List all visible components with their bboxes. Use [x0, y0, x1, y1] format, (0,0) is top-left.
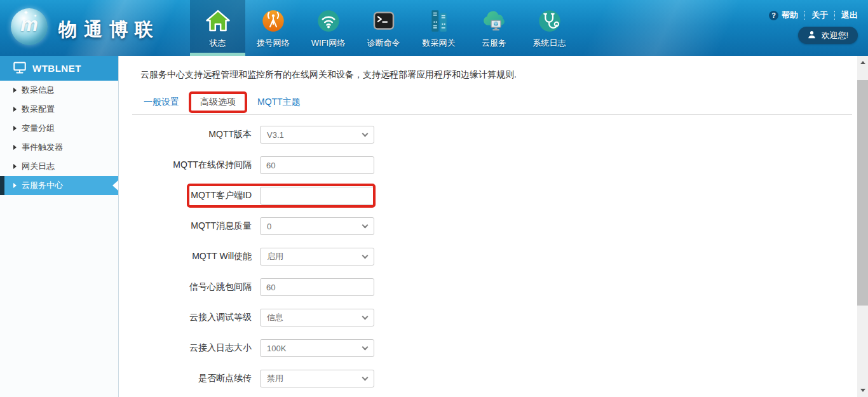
caret-right-icon — [13, 183, 17, 188]
gateway-icon — [426, 6, 452, 36]
page-description: 云服务中心支持远程管理和监控所有的在线网关和设备，支持远程部署应用程序和边缘计算… — [140, 69, 857, 81]
vertical-scrollbar[interactable] — [857, 56, 868, 397]
caret-right-icon — [13, 126, 17, 131]
monitor-icon — [13, 62, 26, 76]
caret-right-icon — [13, 145, 17, 150]
antenna-icon — [261, 6, 286, 36]
heartbeat-interval-input[interactable] — [260, 278, 374, 296]
tab-mqtt-topic[interactable]: MQTT主题 — [257, 97, 301, 108]
caret-right-icon — [13, 164, 17, 169]
field-label: MQTT版本 — [140, 129, 252, 140]
user-icon — [808, 30, 816, 41]
form-row: 信号心跳包间隔 — [140, 278, 857, 296]
mqtt-will-enable-select[interactable]: 启用 — [260, 248, 374, 266]
top-header: m ✦ ✦ 物通博联 状态 — [0, 0, 868, 56]
tab-bar: 一般设置 高级选项 MQTT主题 — [132, 90, 852, 115]
sidebar-title: WTBLNET — [32, 63, 81, 74]
field-label: MQTT Will使能 — [140, 251, 252, 262]
sidebar: WTBLNET 状态 数采 数采信息 数采配置 变量分组 事件触发器 网关日 — [0, 56, 119, 397]
tab-general-settings[interactable]: 一般设置 — [144, 97, 179, 108]
scrollbar-thumb[interactable] — [857, 80, 868, 306]
divider — [834, 11, 835, 20]
field-label: 信号心跳包间隔 — [140, 281, 252, 293]
field-label: 云接入调试等级 — [140, 312, 252, 323]
divider — [804, 11, 805, 20]
form-row: MQTT消息质量 0 — [140, 217, 857, 235]
nav-diagnostic-command[interactable]: 诊断命令 — [356, 0, 411, 56]
nav-system-log[interactable]: 系统日志 — [522, 0, 577, 56]
scroll-down-arrow[interactable] — [857, 385, 868, 396]
main-content: 云服务中心支持远程管理和监控所有的在线网关和设备，支持远程部署应用程序和边缘计算… — [119, 56, 857, 397]
mqtt-keepalive-input[interactable] — [260, 156, 374, 174]
form-row: 云接入调试等级 信息 — [140, 309, 857, 326]
nav-dialup-network[interactable]: 拨号网络 — [245, 0, 301, 56]
top-links: ? 帮助 关于 退出 — [769, 10, 858, 21]
cloud-icon — [481, 6, 508, 36]
mqtt-client-id-input[interactable] — [260, 187, 374, 205]
help-icon: ? — [769, 11, 778, 20]
cloud-log-size-select[interactable]: 100K — [260, 339, 374, 357]
chevron-down-icon — [362, 313, 369, 320]
sidebar-subitem-cloud-service-center[interactable]: 云服务中心 — [0, 176, 118, 195]
sidebar-subitem-data-config[interactable]: 数采配置 — [0, 100, 118, 119]
help-link[interactable]: ? 帮助 — [769, 10, 798, 21]
scroll-up-arrow[interactable] — [857, 57, 868, 68]
sidebar-subitem-event-trigger[interactable]: 事件触发器 — [0, 138, 118, 157]
sidebar-subitem-gateway-log[interactable]: 网关日志 — [0, 157, 118, 176]
nav-data-gateway[interactable]: 数采网关 — [411, 0, 466, 56]
sidebar-header: WTBLNET — [0, 56, 118, 81]
form-row: 是否断点续传 禁用 — [140, 370, 857, 387]
form-row: MQTT版本 V3.1 — [140, 126, 857, 144]
logout-link[interactable]: 退出 — [841, 10, 858, 21]
nav-wifi-network[interactable]: WIFI网络 — [301, 0, 356, 56]
about-link[interactable]: 关于 — [811, 10, 828, 21]
resume-transfer-select[interactable]: 禁用 — [260, 370, 374, 387]
sparkle-icon: ✦ — [24, 10, 29, 16]
triangle-down-icon — [860, 389, 865, 392]
top-nav: 状态 拨号网络 — [190, 0, 577, 56]
nav-cloud-service[interactable]: 云服务 — [466, 0, 522, 56]
form-row: MQTT客户端ID — [140, 187, 857, 205]
terminal-icon — [371, 6, 397, 36]
chevron-down-icon — [362, 130, 369, 137]
brand-logo-icon: m ✦ ✦ — [11, 8, 48, 45]
field-label: 是否断点续传 — [140, 373, 252, 384]
stethoscope-icon — [537, 6, 562, 36]
tab-advanced-options[interactable]: 高级选项 — [189, 91, 247, 113]
mqtt-version-select[interactable]: V3.1 — [260, 126, 374, 144]
field-label: 云接入日志大小 — [140, 342, 252, 354]
welcome-button[interactable]: 欢迎您! — [798, 27, 858, 44]
wifi-icon — [316, 6, 341, 36]
sidebar-subitem-data-info[interactable]: 数采信息 — [0, 81, 118, 100]
home-icon — [205, 6, 231, 36]
chevron-down-icon — [362, 222, 369, 228]
sidebar-subitem-variable-group[interactable]: 变量分组 — [0, 119, 118, 138]
cloud-debug-level-select[interactable]: 信息 — [260, 309, 374, 326]
form-row: 云接入日志大小 100K — [140, 339, 857, 357]
form-row: MQTT Will使能 启用 — [140, 248, 857, 266]
chevron-down-icon — [362, 252, 369, 259]
sparkle-icon: ✦ — [34, 13, 37, 18]
chevron-down-icon — [362, 374, 369, 380]
chevron-down-icon — [362, 344, 369, 350]
mqtt-qos-select[interactable]: 0 — [260, 217, 374, 235]
triangle-up-icon — [860, 61, 865, 64]
field-label: MQTT消息质量 — [140, 220, 252, 232]
caret-right-icon — [13, 107, 17, 112]
field-label: MQTT客户端ID — [140, 190, 252, 201]
brand-title: 物通博联 — [58, 17, 160, 43]
settings-form: MQTT版本 V3.1 MQTT在线保持间隔 MQTT客户端ID MQTT消息质… — [140, 126, 857, 387]
app-window: m ✦ ✦ 物通博联 状态 — [0, 0, 868, 397]
field-label: MQTT在线保持间隔 — [140, 159, 252, 171]
nav-status[interactable]: 状态 — [190, 0, 245, 56]
form-row: MQTT在线保持间隔 — [140, 156, 857, 174]
caret-right-icon — [13, 88, 17, 93]
